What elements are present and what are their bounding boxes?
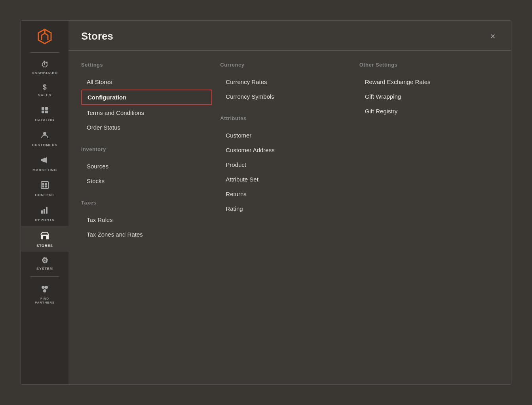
sidebar-item-marketing[interactable]: MARKETING (21, 151, 68, 176)
svg-rect-11 (42, 185, 44, 187)
svg-rect-17 (43, 236, 46, 239)
svg-rect-8 (41, 181, 48, 189)
attribute-set-link[interactable]: Attribute Set (220, 172, 351, 186)
sidebar-item-content[interactable]: CONTENT (21, 176, 68, 201)
svg-rect-12 (45, 185, 47, 187)
spacer3 (220, 104, 351, 115)
marketing-icon (40, 156, 49, 166)
sidebar-item-stores[interactable]: STORES (21, 226, 68, 252)
sales-icon: $ (43, 84, 47, 91)
sidebar-item-label: CUSTOMERS (32, 143, 58, 147)
rating-link[interactable]: Rating (220, 202, 351, 216)
sidebar-divider (30, 52, 59, 53)
svg-rect-14 (44, 209, 45, 214)
product-link[interactable]: Product (220, 158, 351, 172)
terms-and-conditions-link[interactable]: Terms and Conditions (81, 106, 212, 120)
svg-point-18 (42, 286, 45, 289)
sidebar-item-label: REPORTS (35, 218, 54, 222)
stocks-link[interactable]: Stocks (81, 174, 212, 188)
customer-address-link[interactable]: Customer Address (220, 143, 351, 157)
sidebar-item-find-partners[interactable]: FINDPARTNERS (21, 280, 68, 308)
modal-header: Stores × (68, 21, 511, 51)
sidebar-item-system[interactable]: ⚙ SYSTEM (21, 252, 68, 275)
sidebar-item-sales[interactable]: $ SALES (21, 79, 68, 101)
sidebar-item-customers[interactable]: CUSTOMERS (21, 126, 68, 151)
modal-title: Stores (81, 30, 113, 42)
gift-registry-link[interactable]: Gift Registry (359, 104, 490, 118)
other-settings-column: Other Settings Reward Exchange Rates Gif… (359, 62, 498, 373)
taxes-section-title: Taxes (81, 200, 212, 206)
sidebar-item-label: SYSTEM (36, 267, 53, 271)
reward-exchange-rates-link[interactable]: Reward Exchange Rates (359, 75, 490, 89)
stores-icon (40, 231, 49, 241)
other-settings-section-title: Other Settings (359, 62, 490, 68)
gift-wrapping-link[interactable]: Gift Wrapping (359, 90, 490, 103)
reports-icon (40, 206, 49, 216)
customers-icon (40, 131, 49, 141)
customer-link[interactable]: Customer (220, 128, 351, 142)
sidebar-item-label: STORES (36, 244, 53, 248)
currency-rates-link[interactable]: Currency Rates (220, 75, 351, 89)
svg-point-20 (43, 289, 46, 292)
sources-link[interactable]: Sources (81, 159, 212, 173)
currency-column: Currency Currency Rates Currency Symbols… (220, 62, 359, 373)
configuration-link[interactable]: Configuration (81, 90, 212, 105)
logo[interactable] (21, 21, 68, 51)
tax-zones-and-rates-link[interactable]: Tax Zones and Rates (81, 227, 212, 241)
svg-rect-10 (45, 183, 47, 185)
svg-rect-9 (42, 183, 44, 185)
stores-modal: ⏱ DASHBOARD $ SALES CATALOG (21, 20, 511, 385)
sidebar-item-label: DASHBOARD (32, 71, 58, 75)
returns-link[interactable]: Returns (220, 187, 351, 201)
settings-column: Settings All Stores Configuration Terms … (81, 62, 220, 373)
svg-rect-15 (46, 207, 48, 214)
currency-section-title: Currency (220, 62, 351, 68)
sidebar-item-reports[interactable]: REPORTS (21, 201, 68, 226)
svg-point-19 (45, 286, 48, 289)
order-status-link[interactable]: Order Status (81, 120, 212, 134)
settings-section-title: Settings (81, 62, 212, 68)
sidebar-item-label: CATALOG (35, 118, 55, 122)
sidebar-item-label: CONTENT (35, 193, 54, 197)
tax-rules-link[interactable]: Tax Rules (81, 213, 212, 227)
sidebar: ⏱ DASHBOARD $ SALES CATALOG (21, 21, 68, 384)
system-icon: ⚙ (41, 256, 49, 264)
main-content: Stores × Settings All Stores Configurati… (68, 21, 511, 384)
catalog-icon (40, 106, 49, 116)
all-stores-link[interactable]: All Stores (81, 75, 212, 89)
spacer1 (81, 135, 212, 146)
sidebar-item-dashboard[interactable]: ⏱ DASHBOARD (21, 56, 68, 79)
svg-point-6 (43, 132, 46, 135)
attributes-section-title: Attributes (220, 115, 351, 121)
svg-rect-7 (41, 159, 43, 161)
svg-rect-13 (41, 210, 43, 214)
menu-body: Settings All Stores Configuration Terms … (68, 51, 511, 384)
currency-symbols-link[interactable]: Currency Symbols (220, 90, 351, 103)
sidebar-item-label: MARKETING (32, 168, 57, 172)
inventory-section-title: Inventory (81, 146, 212, 152)
sidebar-divider-bottom (30, 276, 59, 277)
sidebar-item-label: SALES (38, 93, 51, 97)
find-partners-icon (40, 285, 49, 294)
dashboard-icon: ⏱ (41, 61, 49, 69)
svg-rect-3 (45, 107, 48, 110)
svg-rect-5 (45, 111, 48, 113)
sidebar-item-label: FINDPARTNERS (35, 297, 55, 304)
close-button[interactable]: × (487, 31, 498, 42)
svg-rect-4 (42, 111, 44, 113)
content-icon (40, 181, 49, 191)
svg-rect-2 (42, 107, 44, 110)
spacer2 (81, 189, 212, 200)
sidebar-item-catalog[interactable]: CATALOG (21, 101, 68, 126)
